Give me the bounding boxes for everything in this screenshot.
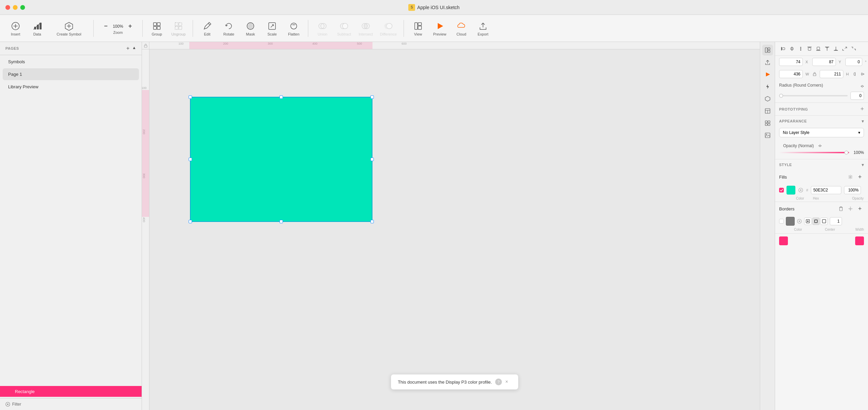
panel-inspector-button[interactable] bbox=[762, 45, 773, 55]
zoom-in-button[interactable]: + bbox=[126, 22, 134, 30]
align-bottom-dist-button[interactable] bbox=[814, 45, 822, 53]
scale-tool[interactable]: Scale bbox=[262, 19, 282, 38]
subtract-tool[interactable]: Subtract bbox=[334, 19, 354, 38]
w-input[interactable] bbox=[779, 70, 803, 78]
difference-tool[interactable]: Difference bbox=[377, 19, 400, 38]
minimize-button[interactable] bbox=[13, 5, 18, 10]
radius-stepper[interactable] bbox=[861, 84, 864, 88]
export-tool[interactable]: Export bbox=[473, 19, 493, 38]
layer-rectangle[interactable]: Rectangle bbox=[0, 386, 142, 397]
svg-rect-10 bbox=[157, 23, 160, 26]
flip-v-button[interactable] bbox=[860, 71, 865, 77]
cloud-tool[interactable]: Cloud bbox=[451, 19, 472, 38]
ruler-selection-highlight bbox=[189, 42, 372, 49]
fills-add-button[interactable]: + bbox=[856, 173, 864, 181]
rotate-tool[interactable]: Rotate bbox=[219, 19, 239, 38]
border-width-input[interactable] bbox=[830, 217, 842, 225]
group-tool[interactable]: Group bbox=[147, 19, 167, 38]
close-button[interactable] bbox=[5, 5, 10, 10]
notification-close-button[interactable]: × bbox=[505, 379, 511, 385]
handle-middle-left[interactable] bbox=[189, 158, 192, 161]
align-center-h-button[interactable] bbox=[788, 45, 796, 53]
page-1[interactable]: Page 1 bbox=[3, 68, 139, 80]
border-checkbox[interactable] bbox=[779, 219, 784, 224]
align-dots-button[interactable] bbox=[797, 45, 805, 53]
align-top-dist-button[interactable] bbox=[805, 45, 814, 53]
panel-table-button[interactable] bbox=[762, 106, 773, 116]
insert-tool[interactable]: Insert bbox=[5, 19, 26, 38]
canvas-content[interactable]: This document uses the Display P3 color … bbox=[149, 49, 760, 410]
notification-help-button[interactable]: ? bbox=[495, 379, 502, 385]
handle-bottom-left[interactable] bbox=[189, 220, 192, 223]
flip-h-button[interactable] bbox=[853, 71, 858, 77]
union-tool[interactable]: Union bbox=[312, 19, 333, 38]
position-row: X Y ° bbox=[775, 56, 868, 68]
border-align-inner-button[interactable] bbox=[804, 218, 812, 225]
handle-top-right[interactable] bbox=[370, 95, 374, 99]
prototyping-header[interactable]: PROTOTYPING + bbox=[775, 103, 868, 115]
layer-style-select[interactable]: No Layer Style ▾ bbox=[779, 128, 864, 137]
page-symbols[interactable]: Symbols bbox=[3, 56, 139, 68]
preview-tool[interactable]: Preview bbox=[430, 19, 450, 38]
handle-top-center[interactable] bbox=[280, 95, 283, 99]
handle-top-left[interactable] bbox=[189, 95, 192, 99]
rotation-input[interactable] bbox=[845, 58, 862, 66]
handle-bottom-right[interactable] bbox=[370, 220, 374, 223]
panel-hexagon-button[interactable] bbox=[762, 93, 773, 104]
mask-tool[interactable]: Mask bbox=[240, 19, 261, 38]
panel-image-button[interactable] bbox=[762, 130, 773, 141]
prototyping-add-button[interactable]: + bbox=[860, 106, 864, 113]
radius-input[interactable] bbox=[850, 92, 864, 100]
borders-settings-button[interactable] bbox=[846, 205, 854, 213]
fill-hex-input[interactable] bbox=[811, 186, 841, 194]
panel-grid-button[interactable] bbox=[762, 118, 773, 129]
align-left-edge-button[interactable] bbox=[779, 45, 787, 53]
create-symbol-tool[interactable]: Create Symbol bbox=[49, 19, 89, 38]
lock-ratio-button[interactable] bbox=[812, 71, 817, 77]
handle-bottom-center[interactable] bbox=[280, 220, 283, 223]
border-align-center-button[interactable] bbox=[812, 218, 820, 225]
zoom-out-button[interactable]: − bbox=[102, 22, 110, 30]
align-bottom-text-button[interactable] bbox=[832, 45, 840, 53]
style-header[interactable]: STYLE ▾ bbox=[775, 159, 868, 170]
panel-play-button[interactable] bbox=[762, 69, 773, 80]
view-tool[interactable]: View bbox=[408, 19, 428, 38]
rectangle-shape[interactable] bbox=[190, 97, 372, 222]
canvas-area[interactable]: 100 200 300 400 500 600 100 200 300 400 bbox=[142, 42, 760, 410]
effect-swatch-2[interactable] bbox=[855, 236, 864, 245]
borders-delete-button[interactable] bbox=[837, 205, 845, 213]
add-page-button[interactable]: + bbox=[126, 45, 129, 51]
radius-slider[interactable] bbox=[779, 95, 848, 96]
radius-thumb[interactable] bbox=[779, 94, 783, 98]
h-input[interactable] bbox=[820, 70, 843, 78]
collapse-pages-button[interactable]: ▲ bbox=[132, 45, 136, 51]
maximize-button[interactable] bbox=[20, 5, 25, 10]
flatten-tool[interactable]: Flatten bbox=[284, 19, 304, 38]
filter-button[interactable]: Filter bbox=[0, 398, 142, 410]
y-input[interactable] bbox=[812, 58, 836, 66]
ungroup-tool[interactable]: Ungroup bbox=[168, 19, 189, 38]
effect-swatch-1[interactable] bbox=[779, 236, 788, 245]
fill-opacity-input[interactable] bbox=[844, 186, 861, 194]
appearance-header[interactable]: APPEARANCE ▾ bbox=[775, 116, 868, 127]
panel-export-button[interactable] bbox=[762, 57, 773, 68]
handle-middle-right[interactable] bbox=[370, 158, 374, 161]
borders-add-button[interactable]: + bbox=[856, 205, 864, 213]
align-top-text-button[interactable] bbox=[823, 45, 831, 53]
opacity-slider[interactable] bbox=[779, 152, 849, 153]
fill-checkbox[interactable] bbox=[779, 188, 784, 192]
panel-lightning-button[interactable] bbox=[762, 81, 773, 92]
border-align-outer-button[interactable] bbox=[820, 218, 828, 225]
align-resize-button[interactable] bbox=[841, 45, 849, 53]
border-swatch[interactable] bbox=[786, 217, 795, 226]
edit-tool[interactable]: Edit bbox=[197, 19, 217, 38]
opacity-stepper[interactable] bbox=[818, 144, 822, 148]
data-tool[interactable]: Data bbox=[27, 19, 47, 38]
fill-color-swatch[interactable] bbox=[787, 186, 795, 195]
opacity-thumb[interactable] bbox=[844, 151, 848, 155]
align-resize2-button[interactable] bbox=[849, 45, 858, 53]
fills-settings-button[interactable] bbox=[846, 173, 854, 181]
x-input[interactable] bbox=[779, 58, 803, 66]
page-library-preview[interactable]: Library Preview bbox=[3, 81, 139, 93]
intersect-tool[interactable]: Intersect bbox=[356, 19, 376, 38]
